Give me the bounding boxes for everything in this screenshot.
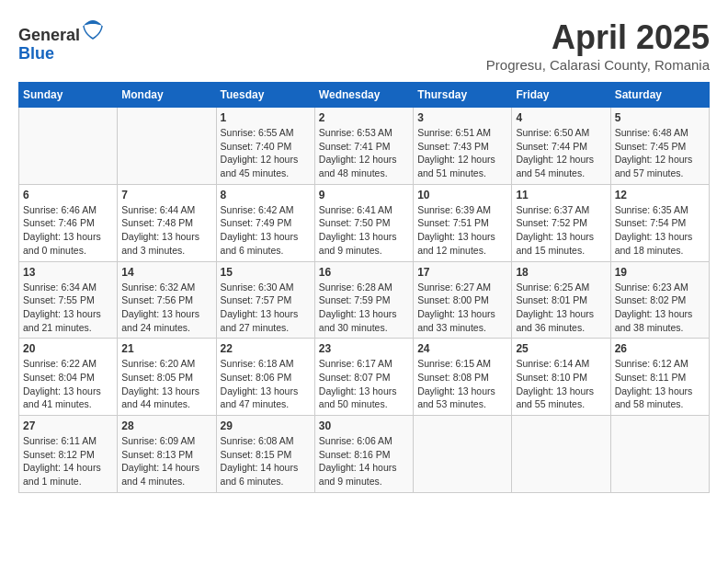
cell-text: Sunset: 7:40 PM — [221, 140, 311, 154]
day-number: 4 — [516, 111, 606, 124]
cell-text: Sunrise: 6:28 AM — [319, 281, 409, 294]
cell-text: Daylight: 13 hours and 55 minutes. — [516, 385, 606, 411]
cell-text: Sunrise: 6:50 AM — [516, 126, 606, 140]
cell-text: Daylight: 13 hours and 15 minutes. — [516, 230, 606, 257]
cell-text: Daylight: 13 hours and 9 minutes. — [319, 230, 409, 257]
header-row: SundayMondayTuesdayWednesdayThursdayFrid… — [19, 83, 710, 108]
calendar-cell: 27Sunrise: 6:11 AMSunset: 8:12 PMDayligh… — [19, 416, 118, 493]
cell-text: Sunset: 8:07 PM — [319, 371, 409, 385]
cell-text: Daylight: 13 hours and 3 minutes. — [121, 230, 211, 257]
cell-text: Daylight: 12 hours and 45 minutes. — [221, 153, 311, 179]
cell-text: Sunrise: 6:23 AM — [615, 281, 705, 294]
day-number: 22 — [221, 342, 311, 355]
day-number: 10 — [417, 189, 507, 201]
calendar-cell: 12Sunrise: 6:35 AMSunset: 7:54 PMDayligh… — [610, 184, 709, 261]
cell-text: Daylight: 13 hours and 38 minutes. — [615, 307, 705, 334]
header-cell-monday: Monday — [118, 83, 216, 108]
cell-text: Sunrise: 6:39 AM — [417, 203, 507, 217]
cell-text: Sunrise: 6:37 AM — [516, 203, 606, 217]
calendar-cell: 22Sunrise: 6:18 AMSunset: 8:06 PMDayligh… — [216, 339, 314, 416]
cell-text: Sunrise: 6:48 AM — [615, 126, 705, 140]
cell-text: Sunset: 7:56 PM — [121, 293, 211, 307]
cell-text: Daylight: 13 hours and 53 minutes. — [417, 385, 507, 411]
calendar-cell: 8Sunrise: 6:42 AMSunset: 7:49 PMDaylight… — [216, 184, 314, 261]
day-number: 3 — [417, 111, 507, 124]
cell-text: Sunset: 8:10 PM — [516, 371, 606, 385]
cell-text: Sunrise: 6:27 AM — [417, 281, 507, 294]
cell-text: Sunset: 8:01 PM — [516, 293, 606, 307]
calendar-cell: 20Sunrise: 6:22 AMSunset: 8:04 PMDayligh… — [19, 339, 118, 416]
title-block: April 2025 Progresu, Calarasi County, Ro… — [486, 18, 710, 73]
cell-text: Sunset: 8:05 PM — [121, 371, 211, 385]
cell-text: Sunset: 7:59 PM — [319, 293, 409, 307]
day-number: 30 — [319, 419, 409, 432]
calendar-cell: 13Sunrise: 6:34 AMSunset: 7:55 PMDayligh… — [19, 261, 118, 339]
cell-text: Sunrise: 6:34 AM — [23, 281, 113, 294]
logo-general-text: General — [18, 26, 80, 44]
cell-text: Sunrise: 6:44 AM — [121, 203, 211, 217]
calendar-cell: 17Sunrise: 6:27 AMSunset: 8:00 PMDayligh… — [414, 261, 512, 339]
cell-text: Daylight: 13 hours and 12 minutes. — [417, 230, 507, 257]
cell-text: Sunrise: 6:32 AM — [121, 281, 211, 294]
cell-text: Sunrise: 6:53 AM — [319, 126, 409, 140]
calendar-header: SundayMondayTuesdayWednesdayThursdayFrid… — [19, 83, 710, 108]
cell-text: Daylight: 12 hours and 54 minutes. — [516, 153, 606, 179]
calendar-cell: 5Sunrise: 6:48 AMSunset: 7:45 PMDaylight… — [610, 108, 709, 185]
day-number: 2 — [319, 111, 409, 124]
cell-text: Daylight: 13 hours and 36 minutes. — [516, 307, 606, 334]
cell-text: Sunset: 8:04 PM — [23, 371, 113, 385]
cell-text: Sunrise: 6:22 AM — [23, 357, 113, 371]
week-row-3: 13Sunrise: 6:34 AMSunset: 7:55 PMDayligh… — [19, 261, 710, 339]
calendar-cell: 18Sunrise: 6:25 AMSunset: 8:01 PMDayligh… — [512, 261, 610, 339]
cell-text: Sunset: 7:46 PM — [23, 216, 113, 230]
day-number: 1 — [221, 111, 311, 124]
calendar-cell: 25Sunrise: 6:14 AMSunset: 8:10 PMDayligh… — [512, 339, 610, 416]
cell-text: Daylight: 13 hours and 47 minutes. — [221, 385, 311, 411]
cell-text: Sunrise: 6:25 AM — [516, 281, 606, 294]
page-header: General Blue April 2025 Progresu, Calara… — [18, 18, 710, 73]
day-number: 29 — [221, 419, 311, 432]
cell-text: Sunset: 8:13 PM — [121, 448, 211, 462]
cell-text: Sunset: 7:45 PM — [615, 140, 705, 154]
cell-text: Sunrise: 6:08 AM — [221, 434, 311, 448]
cell-text: Sunset: 7:55 PM — [23, 293, 113, 307]
calendar-cell — [610, 416, 709, 493]
cell-text: Daylight: 14 hours and 1 minute. — [23, 461, 113, 488]
calendar-cell: 26Sunrise: 6:12 AMSunset: 8:11 PMDayligh… — [610, 339, 709, 416]
cell-text: Daylight: 12 hours and 57 minutes. — [615, 153, 705, 179]
cell-text: Daylight: 13 hours and 27 minutes. — [221, 307, 311, 334]
cell-text: Sunrise: 6:06 AM — [319, 434, 409, 448]
cell-text: Sunrise: 6:18 AM — [221, 357, 311, 371]
calendar-cell: 19Sunrise: 6:23 AMSunset: 8:02 PMDayligh… — [610, 261, 709, 339]
calendar-cell: 1Sunrise: 6:55 AMSunset: 7:40 PMDaylight… — [216, 108, 314, 185]
calendar-cell: 6Sunrise: 6:46 AMSunset: 7:46 PMDaylight… — [19, 184, 118, 261]
cell-text: Sunset: 8:06 PM — [221, 371, 311, 385]
cell-text: Sunset: 7:57 PM — [221, 293, 311, 307]
week-row-4: 20Sunrise: 6:22 AMSunset: 8:04 PMDayligh… — [19, 339, 710, 416]
cell-text: Sunrise: 6:14 AM — [516, 357, 606, 371]
day-number: 24 — [417, 342, 507, 355]
day-number: 25 — [516, 342, 606, 355]
cell-text: Sunset: 8:12 PM — [23, 448, 113, 462]
day-number: 28 — [121, 419, 211, 432]
day-number: 15 — [221, 266, 311, 279]
day-number: 9 — [319, 189, 409, 201]
cell-text: Sunrise: 6:30 AM — [221, 281, 311, 294]
header-cell-thursday: Thursday — [414, 83, 512, 108]
calendar-cell: 4Sunrise: 6:50 AMSunset: 7:44 PMDaylight… — [512, 108, 610, 185]
cell-text: Sunset: 7:48 PM — [121, 216, 211, 230]
cell-text: Daylight: 14 hours and 6 minutes. — [221, 461, 311, 488]
cell-text: Sunset: 8:00 PM — [417, 293, 507, 307]
calendar-cell — [414, 416, 512, 493]
cell-text: Daylight: 13 hours and 21 minutes. — [23, 307, 113, 334]
cell-text: Sunrise: 6:51 AM — [417, 126, 507, 140]
day-number: 11 — [516, 189, 606, 201]
cell-text: Daylight: 13 hours and 30 minutes. — [319, 307, 409, 334]
week-row-1: 1Sunrise: 6:55 AMSunset: 7:40 PMDaylight… — [19, 108, 710, 185]
cell-text: Sunset: 7:52 PM — [516, 216, 606, 230]
cell-text: Sunset: 8:15 PM — [221, 448, 311, 462]
cell-text: Sunrise: 6:35 AM — [615, 203, 705, 217]
cell-text: Sunrise: 6:11 AM — [23, 434, 113, 448]
calendar-cell: 10Sunrise: 6:39 AMSunset: 7:51 PMDayligh… — [414, 184, 512, 261]
logo-icon — [82, 18, 104, 40]
